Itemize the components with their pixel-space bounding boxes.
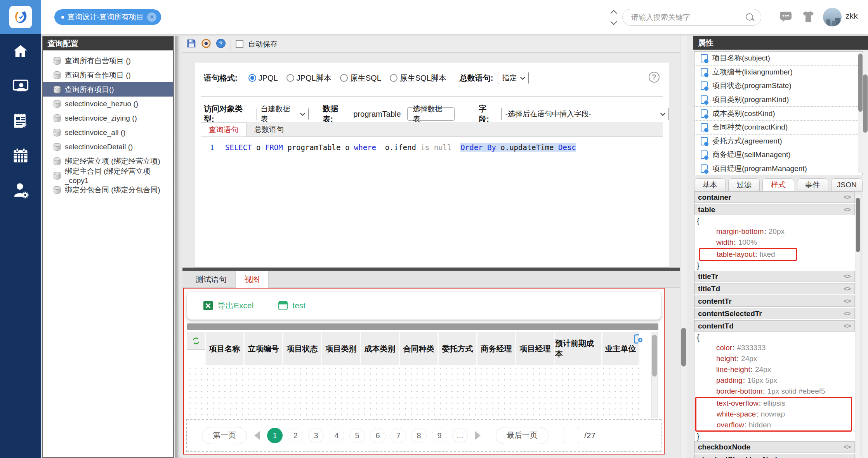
- page-ellipsis[interactable]: ...: [452, 428, 468, 443]
- tab-view[interactable]: 视图: [235, 271, 269, 288]
- save-button[interactable]: [186, 38, 196, 50]
- radio-jpql-script[interactable]: JPQL脚本: [286, 73, 332, 83]
- code-icon[interactable]: <>: [844, 194, 851, 201]
- query-item[interactable]: selectinvoice_hezuo (): [43, 97, 173, 111]
- card-help-icon[interactable]: ?: [649, 72, 660, 83]
- query-item[interactable]: selectinvoice_all (): [43, 125, 173, 140]
- style-section-container[interactable]: container <>: [694, 192, 855, 203]
- access-type-select[interactable]: 自建数据表: [257, 108, 309, 120]
- style-section-table[interactable]: table <>: [694, 204, 855, 215]
- page-button[interactable]: 2: [288, 428, 303, 443]
- panel-scrollbar[interactable]: [863, 51, 868, 458]
- choose-table-button[interactable]: 选择数据表: [407, 107, 455, 121]
- autosave-checkbox[interactable]: [236, 40, 243, 48]
- field-item[interactable]: 成本类别(costKind): [694, 107, 862, 121]
- user-avatar[interactable]: [823, 8, 842, 26]
- refresh-button[interactable]: [187, 332, 205, 350]
- sidebar-item-workspace[interactable]: [0, 78, 41, 95]
- query-item[interactable]: 查询所有合作项目 (): [43, 68, 173, 82]
- style-section-checkboxnode[interactable]: checkboxNode <>: [694, 441, 855, 453]
- global-search-input[interactable]: 请输入搜索关键字: [622, 9, 761, 26]
- tab-basic[interactable]: 基本: [694, 178, 726, 191]
- horizontal-splitter[interactable]: [182, 268, 687, 271]
- sidebar-item-calendar[interactable]: [0, 147, 41, 164]
- scrollbar-thumb[interactable]: [856, 198, 860, 252]
- field-item[interactable]: 项目类别(programKind): [694, 93, 862, 107]
- tab-total-statement[interactable]: 总数语句: [247, 122, 292, 137]
- search-icon[interactable]: [745, 13, 755, 22]
- prev-page-icon[interactable]: [254, 431, 260, 440]
- page-button[interactable]: 9: [432, 428, 447, 443]
- radio-jpql[interactable]: JPQL: [248, 74, 278, 83]
- sql-editor[interactable]: 1 SELECT o FROM programTable o where o.i…: [195, 137, 668, 267]
- header-collapse-toggle[interactable]: [608, 9, 620, 26]
- field-item[interactable]: 立项编号(lixiangnumber): [694, 66, 862, 80]
- tab-style[interactable]: 样式: [762, 178, 794, 191]
- first-page-button[interactable]: 第一页: [202, 427, 247, 444]
- query-item[interactable]: 绑定主合同 (绑定经营立项_copy1: [43, 168, 173, 183]
- code-icon[interactable]: <>: [844, 297, 851, 305]
- page-button[interactable]: 3: [308, 428, 324, 443]
- theme-shirt-icon[interactable]: [802, 11, 815, 23]
- tab-json[interactable]: JSON: [831, 178, 863, 191]
- field-item[interactable]: 项目经理(programManagent): [694, 162, 862, 175]
- query-item-selected[interactable]: 查询所有项目(): [43, 82, 173, 97]
- code-icon[interactable]: <>: [844, 310, 851, 318]
- sidebar-item-home[interactable]: [0, 43, 41, 59]
- style-section-titletr[interactable]: titleTr <>: [694, 271, 855, 282]
- query-item[interactable]: selectinvoice_ziying (): [43, 111, 173, 125]
- last-page-button[interactable]: 最后一页: [496, 427, 549, 444]
- code-icon[interactable]: <>: [844, 322, 851, 330]
- app-logo[interactable]: [0, 0, 41, 34]
- scrollbar-thumb[interactable]: [858, 54, 863, 112]
- table-horizontal-scrollbar[interactable]: [187, 323, 658, 330]
- open-document-tab[interactable]: 查询设计-查询所有项目 ×: [54, 9, 161, 25]
- field-select[interactable]: -选择后在语句中插入字段-: [501, 108, 669, 120]
- page-button[interactable]: 8: [411, 428, 427, 443]
- table-vertical-scrollbar[interactable]: [651, 332, 658, 418]
- tab-events[interactable]: 事件: [797, 178, 828, 191]
- export-excel-button[interactable]: 导出Excel: [203, 300, 253, 311]
- main-area-scrollbar[interactable]: [680, 36, 687, 458]
- test-button[interactable]: test: [278, 301, 306, 310]
- page-button[interactable]: 6: [370, 428, 385, 443]
- code-icon[interactable]: <>: [844, 443, 851, 451]
- page-button[interactable]: 4: [329, 428, 344, 443]
- style-section-contenttr[interactable]: contentTr <>: [694, 296, 855, 307]
- style-section-contenttd[interactable]: contentTd <>: [694, 320, 855, 332]
- scrollbar-thumb[interactable]: [863, 74, 868, 133]
- code-icon[interactable]: <>: [844, 206, 851, 214]
- tab-test-statement[interactable]: 测试语句: [187, 271, 235, 288]
- field-item[interactable]: 商务经理(sellManagent): [694, 148, 862, 162]
- field-item[interactable]: 委托方式(agreement): [694, 135, 862, 149]
- radio-native-sql-script[interactable]: 原生SQL脚本: [390, 73, 446, 83]
- style-list-scrollbar[interactable]: [856, 195, 860, 458]
- radio-native-sql[interactable]: 原生SQL: [340, 73, 381, 83]
- tab-close-icon[interactable]: ×: [147, 12, 156, 22]
- sidebar-item-news[interactable]: [0, 112, 41, 130]
- sidebar-item-user-admin[interactable]: [0, 181, 41, 199]
- query-item[interactable]: 绑定分包合同 (绑定分包合同): [43, 183, 173, 197]
- page-button[interactable]: 5: [349, 428, 365, 443]
- next-page-icon[interactable]: [475, 431, 481, 440]
- field-item[interactable]: 合同种类(contractKind): [694, 121, 862, 135]
- insert-field-button[interactable]: [633, 334, 644, 346]
- style-section-contentselectedtr[interactable]: contentSelectedTr <>: [694, 308, 855, 319]
- scrollbar-thumb[interactable]: [681, 328, 686, 366]
- code-icon[interactable]: <>: [844, 285, 851, 293]
- messages-icon[interactable]: [779, 11, 793, 23]
- field-item[interactable]: 项目状态(programState): [694, 79, 862, 93]
- preview-button[interactable]: [201, 38, 211, 50]
- style-section-checkedcheckboxnode[interactable]: checkedCheckboxNode <>: [694, 454, 855, 458]
- page-jump-input[interactable]: [564, 428, 579, 443]
- total-statement-select[interactable]: 指定: [498, 72, 529, 84]
- code-icon[interactable]: <>: [844, 456, 851, 458]
- query-item[interactable]: 查询所有自营项目 (): [43, 54, 173, 68]
- code-icon[interactable]: <>: [844, 273, 851, 280]
- help-button[interactable]: ?: [216, 38, 226, 50]
- tab-filter[interactable]: 过滤: [728, 178, 760, 191]
- tab-query-statement[interactable]: 查询语句: [201, 122, 247, 137]
- style-section-titletd[interactable]: titleTd <>: [694, 283, 855, 294]
- page-button-active[interactable]: 1: [267, 428, 283, 443]
- field-item[interactable]: 项目名称(subject): [694, 52, 862, 66]
